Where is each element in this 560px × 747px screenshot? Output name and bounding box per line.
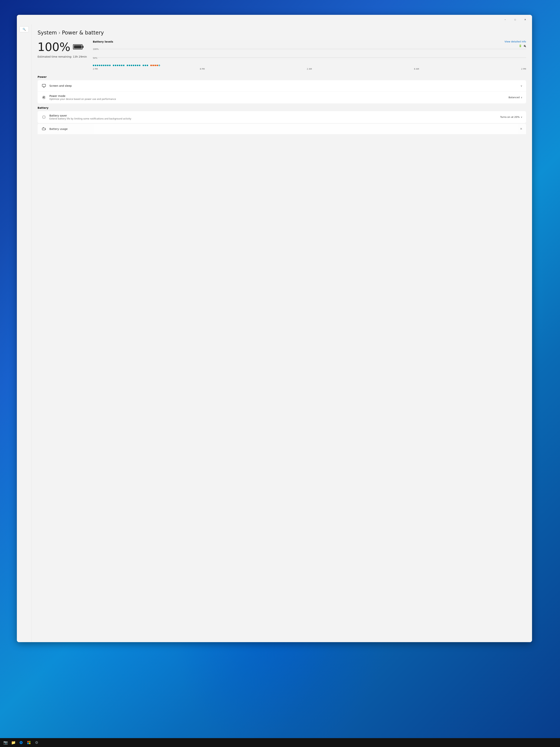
battery-usage-partial[interactable]: Battery usage ✕: [37, 124, 526, 134]
chart-dot: [139, 65, 140, 66]
battery-fill: [74, 45, 82, 49]
close-button[interactable]: ✕: [521, 17, 529, 23]
battery-time-remaining: Estimated time remaining: 13h 29min: [37, 55, 87, 58]
battery-saver-text: Battery saver Extend battery life by lim…: [49, 114, 497, 120]
chart-label-100: 100%: [93, 48, 99, 50]
battery-saver-subtitle: Extend battery life by limiting some not…: [49, 118, 497, 120]
view-detailed-link[interactable]: View detailed info: [505, 40, 526, 43]
battery-section-header: Battery: [37, 106, 526, 109]
chart-dot: [144, 65, 146, 66]
taskbar-store-icon[interactable]: [26, 739, 32, 746]
power-section-header: Power: [37, 75, 526, 78]
chart-dot-orange: [157, 65, 158, 66]
sidebar-search-icon[interactable]: 🔍: [20, 26, 29, 32]
chart-time-labels: 2 PM 8 PM 2 AM 8 AM 2 PM: [93, 68, 526, 70]
chart-dot: [109, 65, 111, 66]
power-mode-text: Power mode Optimize your device based on…: [49, 95, 506, 100]
chart-header: Battery levels View detailed info: [93, 40, 526, 43]
time-label-3: 2 AM: [307, 68, 312, 70]
breadcrumb-current: Power & battery: [62, 30, 104, 36]
taskbar-folder-icon[interactable]: 📁: [10, 739, 17, 746]
svg-rect-0: [42, 84, 46, 86]
chart-dot: [131, 65, 132, 66]
taskbar: 📷 📁 ⚙: [0, 738, 560, 747]
chart-dot: [97, 65, 98, 66]
content-area: 🔍 System › Power & battery 100%: [17, 24, 532, 642]
battery-saver-title: Battery saver: [49, 114, 497, 117]
chart-dot: [147, 65, 148, 66]
taskbar-settings-icon[interactable]: ⚙: [33, 739, 40, 746]
screen-sleep-icon: [41, 83, 47, 88]
chart-icon-1: 🔋: [519, 44, 522, 47]
chart-dot-orange: [155, 65, 156, 66]
chart-dot: [137, 65, 138, 66]
svg-rect-2: [42, 128, 45, 130]
battery-saver-item[interactable]: Battery saver Extend battery life by lim…: [37, 111, 526, 123]
chart-area: 100% 50%: [93, 48, 526, 70]
breadcrumb-parent[interactable]: System: [37, 30, 57, 36]
screen-sleep-chevron: ∨: [521, 84, 523, 87]
chart-dot: [105, 65, 106, 66]
screen-sleep-title: Screen and sleep: [49, 84, 517, 87]
chart-dot: [133, 65, 134, 66]
chart-dots: [93, 63, 526, 66]
taskbar-edge-icon[interactable]: [18, 739, 24, 746]
settings-window: − □ ✕ 🔍 System › Power & battery: [17, 15, 532, 642]
desktop: − □ ✕ 🔍 System › Power & battery: [0, 0, 560, 738]
sidebar: 🔍: [17, 24, 32, 642]
top-section: 100% Estimated time remaining: 13h 29min…: [37, 40, 526, 70]
screen-sleep-text: Screen and sleep: [49, 84, 517, 87]
power-mode-title: Power mode: [49, 95, 506, 98]
svg-point-1: [43, 97, 45, 98]
svg-rect-3: [27, 741, 29, 743]
main-panel: System › Power & battery 100%: [32, 24, 532, 642]
minimize-button[interactable]: −: [501, 17, 509, 23]
chart-icon-2: 🔌: [523, 44, 526, 47]
power-card: Screen and sleep ∨: [37, 80, 526, 103]
power-mode-dropdown-icon: ∨: [521, 96, 523, 99]
title-bar: − □ ✕: [17, 15, 532, 24]
chart-dot: [115, 65, 116, 66]
svg-rect-4: [29, 741, 31, 743]
time-label-2: 8 PM: [200, 68, 205, 70]
screen-sleep-item[interactable]: Screen and sleep ∨: [37, 80, 526, 92]
svg-rect-6: [29, 743, 31, 744]
battery-icon: [73, 44, 83, 49]
battery-levels-chart: Battery levels View detailed info 🔋 🔌 10…: [93, 40, 526, 70]
chart-dot: [103, 65, 104, 66]
chart-dot: [95, 65, 96, 66]
chart-dot: [99, 65, 100, 66]
chart-dot: [117, 65, 118, 66]
battery-usage-close: ✕: [520, 127, 522, 131]
taskbar-video-icon[interactable]: 📷: [2, 739, 9, 746]
time-label-5: 2 PM: [521, 68, 526, 70]
power-mode-item[interactable]: Power mode Optimize your device based on…: [37, 92, 526, 103]
chart-dot: [119, 65, 121, 66]
chart-label-50: 50%: [93, 57, 97, 59]
battery-card: Battery saver Extend battery life by lim…: [37, 111, 526, 123]
chart-dot: [93, 65, 94, 66]
chart-dot-orange: [150, 65, 152, 66]
chart-dot: [129, 65, 130, 66]
chart-dot: [135, 65, 136, 66]
chart-dot: [121, 65, 123, 66]
breadcrumb-separator: ›: [58, 30, 60, 36]
power-mode-icon: [41, 95, 47, 100]
battery-saver-action[interactable]: Turns on at 20% ∨: [500, 115, 523, 119]
battery-usage-icon: [41, 126, 47, 132]
maximize-button[interactable]: □: [511, 17, 519, 23]
battery-saver-icon: [41, 114, 47, 120]
chart-dot: [142, 65, 144, 66]
battery-usage-title: Battery usage: [49, 127, 517, 130]
time-label-1: 2 PM: [93, 68, 98, 70]
chart-dot: [127, 65, 128, 66]
svg-rect-5: [27, 743, 29, 744]
battery-percentage-value: 100%: [37, 40, 70, 54]
chart-dot-orange: [153, 65, 154, 66]
chart-dot: [107, 65, 108, 66]
time-label-4: 8 AM: [414, 68, 419, 70]
power-mode-action[interactable]: Balanced ∨: [508, 96, 523, 99]
battery-saver-value: Turns on at 20%: [500, 115, 519, 119]
battery-current: 100% Estimated time remaining: 13h 29min: [37, 40, 87, 70]
battery-percentage-display: 100%: [37, 40, 87, 54]
